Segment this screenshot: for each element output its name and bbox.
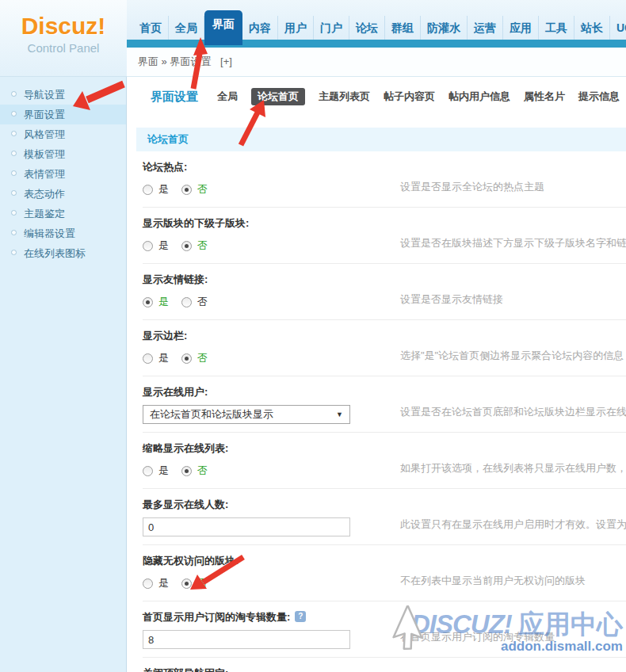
main-content: 界面设置全局论坛首页主题列表页帖子内容页帖内用户信息属性名片提示信息弹出 论坛首… <box>127 77 626 672</box>
nav-item-工具[interactable]: 工具 <box>539 16 574 40</box>
radio-yes-icon[interactable] <box>143 185 153 195</box>
radio-option-no-show-sidebar[interactable]: 否 <box>181 351 208 365</box>
radio-label-no: 否 <box>197 464 208 478</box>
tab-主题列表页[interactable]: 主题列表页 <box>319 88 370 105</box>
sidebar-item-label: 表态动作 <box>24 188 65 200</box>
breadcrumb-path: 界面 » 界面设置 <box>138 55 211 67</box>
tab-帖子内容页[interactable]: 帖子内容页 <box>384 88 435 105</box>
page-title: 界面设置 <box>151 90 198 105</box>
bullet-icon <box>11 250 17 255</box>
input-max-online-shown[interactable] <box>143 517 350 536</box>
sidebar-item-label: 主题鉴定 <box>24 208 65 220</box>
input-homepage-collection-count[interactable] <box>143 630 350 649</box>
radio-option-yes-show-sub-forums[interactable]: 是 <box>143 239 169 253</box>
bullet-icon <box>11 190 17 196</box>
setting-description-hide-no-permission-forums: 不在列表中显示当前用户无权访问的版块 <box>400 574 586 588</box>
top-nav: 首页全局界面内容用户门户论坛群组防灌水运营应用工具站长UCenter <box>133 16 626 45</box>
nav-item-界面[interactable]: 界面 <box>204 10 242 45</box>
radio-option-yes-hide-no-permission-forums[interactable]: 是 <box>143 576 169 590</box>
sidebar-item-编辑器设置[interactable]: 编辑器设置 <box>0 223 126 243</box>
sidebar-item-表情管理[interactable]: 表情管理 <box>0 164 126 184</box>
radio-option-no-show-friend-links[interactable]: 否 <box>181 295 208 309</box>
sidebar-item-label: 编辑器设置 <box>24 227 75 239</box>
radio-yes-icon[interactable] <box>143 241 153 251</box>
setting-label-forum-hot: 论坛热点: <box>143 159 626 175</box>
sidebar-item-导航设置[interactable]: 导航设置 <box>0 85 126 105</box>
radio-yes-icon[interactable] <box>143 353 153 364</box>
radio-option-yes-forum-hot[interactable]: 是 <box>143 182 169 197</box>
bullet-icon <box>11 91 17 97</box>
setting-description-show-sidebar: 选择"是"论坛首页侧边将显示聚合论坛内容的信息 <box>400 349 624 363</box>
nav-item-首页[interactable]: 首页 <box>133 16 169 40</box>
setting-control-show-friend-links: 是否 <box>143 293 626 311</box>
setting-row-homepage-collection-count: 首页显示用户订阅的淘专辑数量:?在首页显示用户订阅的淘专辑数量 <box>143 601 626 658</box>
nav-item-站长[interactable]: 站长 <box>574 16 610 40</box>
nav-item-论坛[interactable]: 论坛 <box>349 16 385 40</box>
breadcrumb: 界面 » 界面设置 [+] <box>127 48 626 77</box>
sidebar-item-模板管理[interactable]: 模板管理 <box>0 144 126 164</box>
radio-no-icon[interactable] <box>181 466 192 476</box>
sidebar-item-label: 导航设置 <box>24 89 65 101</box>
setting-description-max-online-shown: 此设置只有在显示在线用户启用时才有效。设置为 0 则 <box>400 517 626 532</box>
tab-属性名片[interactable]: 属性名片 <box>524 88 565 105</box>
setting-label-compact-online-list: 缩略显示在线列表: <box>143 441 626 456</box>
nav-item-防灌水[interactable]: 防灌水 <box>421 16 468 40</box>
radio-label-no: 否 <box>197 182 208 197</box>
setting-row-compact-online-list: 缩略显示在线列表:是否如果打开该选项，在线列表将只显示在线用户数，不显示 <box>143 433 626 489</box>
sidebar-item-界面设置[interactable]: 界面设置 <box>0 105 126 124</box>
section-header: 论坛首页 <box>136 128 626 151</box>
nav-item-UCenter[interactable]: UCenter <box>610 16 626 40</box>
nav-item-内容[interactable]: 内容 <box>242 16 278 40</box>
nav-item-全局[interactable]: 全局 <box>169 16 204 40</box>
radio-label-no: 否 <box>197 239 208 253</box>
help-icon[interactable]: ? <box>295 611 306 622</box>
radio-no-icon[interactable] <box>181 578 192 589</box>
radio-no-icon[interactable] <box>181 353 192 364</box>
tab-全局[interactable]: 全局 <box>217 88 238 105</box>
radio-label-yes: 是 <box>158 295 169 309</box>
radio-no-icon[interactable] <box>181 185 192 195</box>
sidebar-item-风格管理[interactable]: 风格管理 <box>0 124 126 144</box>
nav-item-运营[interactable]: 运营 <box>468 16 503 40</box>
nav-item-用户[interactable]: 用户 <box>278 16 314 40</box>
radio-no-icon[interactable] <box>181 241 192 251</box>
radio-option-no-forum-hot[interactable]: 否 <box>181 182 208 197</box>
radio-yes-icon[interactable] <box>143 297 153 307</box>
radio-label-yes: 是 <box>158 351 169 365</box>
radio-option-no-compact-online-list[interactable]: 否 <box>181 464 208 478</box>
setting-label-show-friend-links: 显示友情链接: <box>143 272 626 288</box>
setting-description-show-online-users: 设置是否在论坛首页底部和论坛版块边栏显示在线会员列 <box>400 405 626 419</box>
bullet-icon <box>11 151 17 156</box>
nav-item-门户[interactable]: 门户 <box>314 16 349 40</box>
radio-label-no: 否 <box>197 576 208 590</box>
radio-label-yes: 是 <box>158 239 169 253</box>
sidebar-item-label: 表情管理 <box>24 168 65 180</box>
breadcrumb-add-button[interactable]: [+] <box>220 55 232 67</box>
radio-option-yes-show-friend-links[interactable]: 是 <box>143 295 169 309</box>
select-value: 在论坛首页和论坛版块显示 <box>150 407 273 422</box>
radio-option-yes-show-sidebar[interactable]: 是 <box>143 351 169 365</box>
setting-row-hide-no-permission-forums: 隐藏无权访问的版块:是否不在列表中显示当前用户无权访问的版块 <box>143 545 626 601</box>
sidebar-item-表态动作[interactable]: 表态动作 <box>0 184 126 204</box>
tab-帖内用户信息[interactable]: 帖内用户信息 <box>449 88 510 105</box>
select-show-online-users[interactable]: 在论坛首页和论坛版块显示▼ <box>143 405 350 424</box>
sidebar-item-主题鉴定[interactable]: 主题鉴定 <box>0 204 126 223</box>
setting-row-show-friend-links: 显示友情链接:是否设置是否显示友情链接 <box>143 264 626 320</box>
radio-option-no-show-sub-forums[interactable]: 否 <box>181 239 208 253</box>
tab-论坛首页[interactable]: 论坛首页 <box>251 88 305 105</box>
setting-label-show-online-users: 显示在线用户: <box>143 384 626 400</box>
radio-yes-icon[interactable] <box>143 466 153 476</box>
sidebar-item-在线列表图标[interactable]: 在线列表图标 <box>0 243 126 263</box>
nav-item-应用[interactable]: 应用 <box>503 16 539 40</box>
radio-option-yes-compact-online-list[interactable]: 是 <box>143 464 169 478</box>
tab-提示信息[interactable]: 提示信息 <box>578 88 620 105</box>
radio-no-icon[interactable] <box>181 297 192 307</box>
nav-item-群组[interactable]: 群组 <box>385 16 421 40</box>
setting-label-homepage-collection-count: 首页显示用户订阅的淘专辑数量:? <box>143 609 626 625</box>
logo-area: Discuz! Control Panel <box>0 0 127 77</box>
logo-subtitle: Control Panel <box>0 41 127 55</box>
radio-option-no-hide-no-permission-forums[interactable]: 否 <box>181 576 208 590</box>
bullet-icon <box>11 131 17 136</box>
radio-yes-icon[interactable] <box>143 578 153 589</box>
sidebar-item-label: 在线列表图标 <box>24 247 86 259</box>
